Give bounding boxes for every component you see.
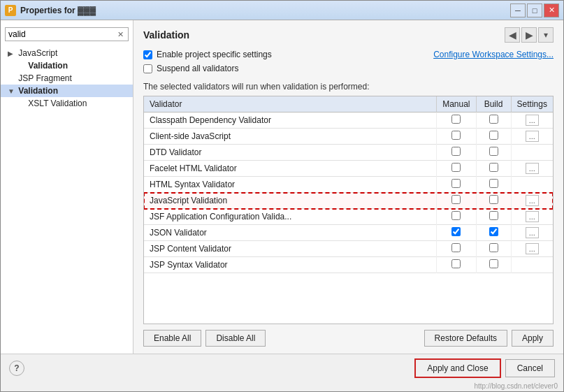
- disable-all-button[interactable]: Disable All: [205, 330, 266, 347]
- manual-checkbox[interactable]: [451, 259, 461, 268]
- validator-name: HTML Syntax Validator: [144, 177, 437, 193]
- title-bar-left: P Properties for ▓▓▓: [5, 5, 96, 16]
- settings-button[interactable]: ...: [526, 243, 539, 254]
- sidebar-label-javascript: JavaScript: [18, 48, 57, 58]
- apply-and-close-button[interactable]: Apply and Close: [414, 358, 500, 378]
- bottom-left: ?: [9, 361, 24, 376]
- expand-icon: ▼: [8, 87, 16, 95]
- sidebar-label-js-validation: Validation: [28, 61, 68, 71]
- build-checkbox[interactable]: [489, 147, 498, 156]
- enable-project-checkbox[interactable]: [143, 50, 152, 59]
- build-checkbox[interactable]: [489, 259, 498, 268]
- enable-all-button[interactable]: Enable All: [143, 330, 201, 347]
- build-checkbox[interactable]: [489, 211, 498, 220]
- settings-button[interactable]: ...: [526, 227, 539, 238]
- suspend-validators-label[interactable]: Suspend all validators: [157, 64, 238, 73]
- dropdown-button[interactable]: ▾: [538, 27, 554, 43]
- build-checkbox[interactable]: [489, 131, 498, 140]
- search-clear-button[interactable]: ✕: [116, 30, 125, 39]
- build-checkbox[interactable]: [489, 195, 498, 204]
- content-title: Validation: [143, 29, 189, 41]
- table-row: HTML Syntax Validator: [144, 177, 553, 193]
- table-row: JSP Content Validator...: [144, 241, 553, 257]
- table-row: DTD Validator: [144, 145, 553, 161]
- content-header: Validation ◀ ▶ ▾: [143, 27, 554, 43]
- settings-button[interactable]: ...: [526, 115, 539, 126]
- enable-project-row: Enable project specific settings Configu…: [143, 50, 554, 59]
- bottom-bar: ? Apply and Close Cancel: [1, 354, 563, 382]
- manual-checkbox[interactable]: [451, 179, 461, 188]
- sidebar-item-validation[interactable]: ▼ Validation: [1, 85, 133, 97]
- manual-checkbox[interactable]: [451, 131, 461, 140]
- expand-icon: ▶: [8, 50, 16, 57]
- table-header-row: Validator Manual Build Settings: [144, 96, 553, 112]
- build-checkbox[interactable]: [489, 115, 498, 124]
- apply-button[interactable]: Apply: [512, 330, 554, 347]
- settings-button[interactable]: ...: [526, 211, 539, 222]
- manual-checkbox[interactable]: [451, 163, 461, 172]
- table-row: JavaScript Validation...: [144, 193, 553, 209]
- enable-disable-row: Enable All Disable All Restore Defaults …: [143, 330, 554, 347]
- manual-checkbox[interactable]: [451, 227, 461, 236]
- validators-table-container: Validator Manual Build Settings Classpat…: [143, 96, 554, 324]
- description-text: The selected validators will run when va…: [143, 82, 554, 92]
- table-row: Client-side JavaScript...: [144, 129, 553, 145]
- close-button[interactable]: ✕: [544, 3, 559, 17]
- search-input[interactable]: [8, 29, 116, 39]
- validator-name: JavaScript Validation: [144, 193, 437, 209]
- watermark: http://blog.csdn.net/clever0: [1, 382, 563, 391]
- sidebar: ✕ ▶ JavaScript Validation JSP Fragment ▼…: [1, 20, 133, 354]
- bottom-right: Apply and Close Cancel: [414, 358, 555, 378]
- configure-workspace-link[interactable]: Configure Workspace Settings...: [433, 50, 554, 59]
- sidebar-label-xslt-validation: XSLT Validation: [28, 99, 87, 108]
- forward-button[interactable]: ▶: [521, 27, 537, 43]
- validator-name: JSP Content Validator: [144, 241, 437, 257]
- main-area: ✕ ▶ JavaScript Validation JSP Fragment ▼…: [1, 20, 563, 354]
- validator-name: DTD Validator: [144, 145, 437, 161]
- build-checkbox[interactable]: [489, 227, 498, 236]
- title-project: ▓▓▓: [78, 6, 96, 15]
- col-validator: Validator: [144, 96, 437, 112]
- validator-name: Client-side JavaScript: [144, 129, 437, 145]
- suspend-validators-checkbox[interactable]: [143, 64, 152, 73]
- sidebar-item-javascript[interactable]: ▶ JavaScript: [1, 47, 133, 59]
- manual-checkbox[interactable]: [451, 147, 461, 156]
- settings-button[interactable]: ...: [526, 163, 539, 174]
- maximize-button[interactable]: □: [527, 3, 542, 17]
- build-checkbox[interactable]: [489, 179, 498, 188]
- manual-checkbox[interactable]: [451, 195, 461, 204]
- manual-checkbox[interactable]: [451, 243, 461, 252]
- window-icon: P: [5, 5, 16, 16]
- col-build: Build: [476, 96, 511, 112]
- sidebar-search-box[interactable]: ✕: [5, 27, 129, 41]
- table-row: Classpath Dependency Validator...: [144, 112, 553, 129]
- sidebar-item-jsp-fragment[interactable]: JSP Fragment: [1, 72, 133, 85]
- title-buttons: ─ □ ✕: [510, 3, 559, 17]
- restore-defaults-button[interactable]: Restore Defaults: [424, 330, 507, 347]
- window-title: Properties for ▓▓▓: [20, 6, 96, 15]
- enable-project-label[interactable]: Enable project specific settings: [157, 50, 272, 59]
- content-panel: Validation ◀ ▶ ▾ Enable project specific…: [133, 20, 563, 354]
- validator-name: JSF Application Configuration Valida...: [144, 209, 437, 225]
- help-button[interactable]: ?: [9, 361, 24, 376]
- sidebar-label-validation: Validation: [18, 86, 58, 96]
- sidebar-item-xslt-validation[interactable]: XSLT Validation: [1, 97, 133, 110]
- settings-button[interactable]: ...: [526, 195, 539, 206]
- validator-name: Facelet HTML Validator: [144, 161, 437, 177]
- sidebar-item-js-validation[interactable]: Validation: [1, 59, 133, 72]
- build-checkbox[interactable]: [489, 163, 498, 172]
- col-manual: Manual: [437, 96, 476, 112]
- col-settings: Settings: [511, 96, 553, 112]
- build-checkbox[interactable]: [489, 243, 498, 252]
- sidebar-label-jsp-fragment: JSP Fragment: [18, 73, 71, 83]
- validator-name: JSP Syntax Validator: [144, 257, 437, 273]
- settings-button[interactable]: ...: [526, 131, 539, 142]
- cancel-button[interactable]: Cancel: [505, 359, 555, 377]
- minimize-button[interactable]: ─: [510, 3, 526, 17]
- validator-name: Classpath Dependency Validator: [144, 112, 437, 129]
- manual-checkbox[interactable]: [451, 211, 461, 220]
- table-row: JSF Application Configuration Valida....…: [144, 209, 553, 225]
- back-button[interactable]: ◀: [505, 27, 520, 43]
- manual-checkbox[interactable]: [451, 115, 461, 124]
- window: P Properties for ▓▓▓ ─ □ ✕ ✕ ▶ JavaScrip…: [0, 0, 564, 392]
